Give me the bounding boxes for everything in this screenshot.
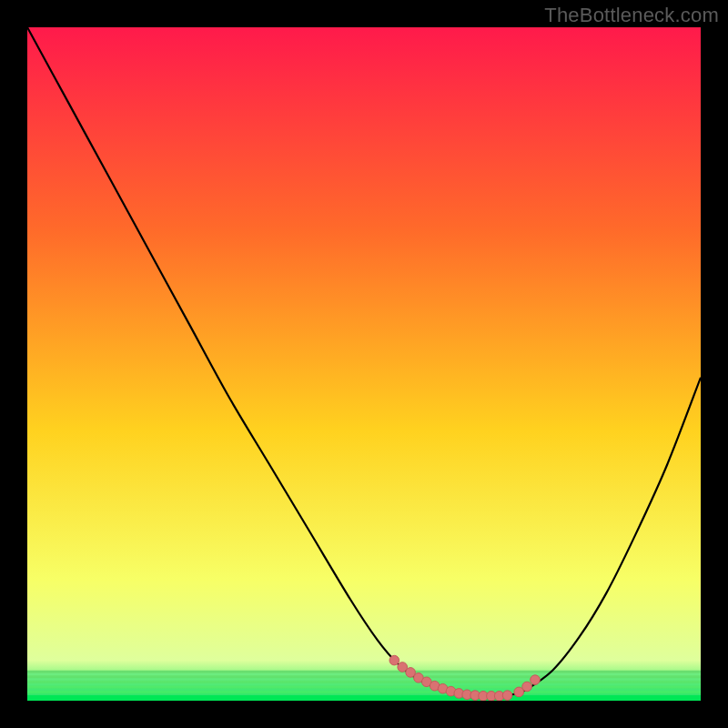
green-band [27, 691, 701, 693]
highlight-bead [502, 691, 512, 701]
chart-svg [27, 27, 701, 701]
green-band [27, 683, 701, 686]
highlight-bead [389, 655, 399, 665]
plot-area [27, 27, 701, 701]
green-band [27, 686, 701, 689]
green-band [27, 671, 701, 673]
green-band [27, 673, 701, 676]
green-band-group [27, 671, 701, 701]
watermark-text: TheBottleneck.com [544, 4, 719, 27]
green-band [27, 678, 701, 681]
gradient-background [27, 27, 701, 701]
green-band [27, 675, 701, 678]
highlight-bead [522, 682, 532, 692]
chart-frame: TheBottleneck.com [0, 0, 728, 728]
green-band [27, 688, 701, 691]
highlight-bead [531, 675, 541, 685]
green-baseline [27, 695, 701, 701]
green-band [27, 681, 701, 683]
